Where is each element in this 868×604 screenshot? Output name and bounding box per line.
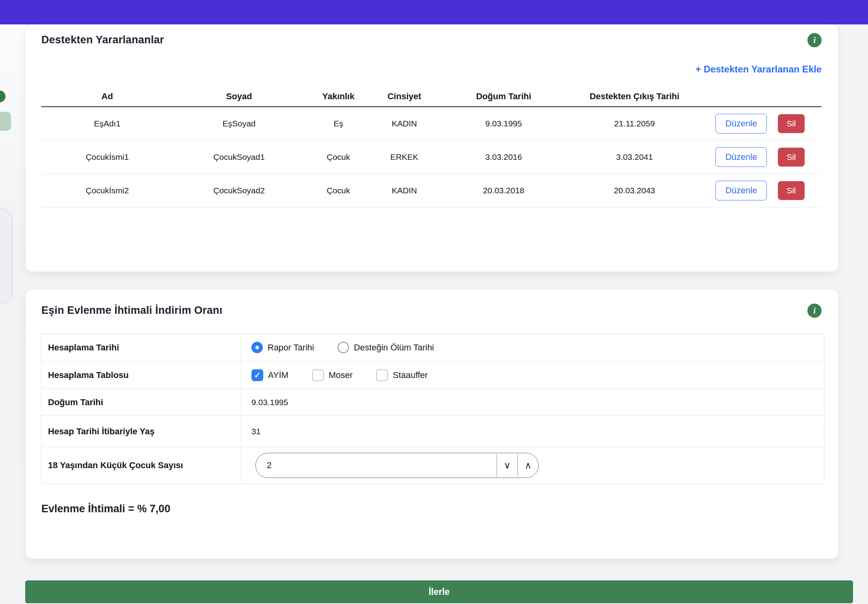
column-header-soyad: Soyad (173, 91, 305, 102)
radio-unselected-icon (338, 342, 349, 353)
cell-yakinlik: Çocuk (305, 152, 372, 162)
form-row-age: Hesap Tarihi İtibariyle Yaş 31 (42, 416, 824, 447)
status-dot-icon (0, 91, 6, 102)
marriage-probability-card: Eşin Evlenme İhtimali İndirim Oranı i He… (26, 289, 838, 559)
checkbox-staauffer[interactable]: Staauffer (376, 369, 428, 381)
cell-cinsiyet: ERKEK (372, 152, 437, 162)
beneficiaries-card-title: Destekten Yararlananlar (41, 34, 164, 46)
radio-destegin-olum-tarihi[interactable]: Desteğin Ölüm Tarihi (338, 342, 434, 353)
beneficiaries-table: Ad Soyad Yakınlık Cinsiyet Doğum Tarihi … (41, 87, 822, 208)
increment-button[interactable]: ∧ (518, 453, 538, 478)
cell-ad: Çocukİsmi1 (41, 152, 173, 162)
cell-cinsiyet: KADIN (372, 119, 437, 128)
cell-cikis-tarihi: 3.03.2041 (571, 152, 698, 162)
age-label: Hesap Tarihi İtibariyle Yaş (42, 416, 241, 447)
info-icon[interactable]: i (807, 304, 822, 318)
cell-yakinlik: Eş (305, 119, 372, 128)
checkbox-checked-icon: ✓ (251, 369, 263, 381)
sidebar-item-partial (0, 112, 11, 131)
column-header-cikis-tarihi: Destekten Çıkış Tarihi (571, 91, 698, 102)
cell-dogum-tarihi: 9.03.1995 (437, 119, 571, 128)
cell-soyad: ÇocukSoyad2 (173, 186, 305, 195)
marriage-form: Hesaplama Tarihi Rapor Tarihi Desteğin Ö… (41, 333, 824, 484)
calc-table-label: Hesaplama Tablosu (42, 361, 241, 389)
cell-dogum-tarihi: 3.03.2016 (437, 152, 571, 162)
column-header-cinsiyet: Cinsiyet (372, 91, 437, 102)
column-header-dogum-tarihi: Doğum Tarihi (437, 91, 571, 102)
cell-ad: EşAdı1 (41, 119, 173, 128)
chevron-up-icon: ∧ (524, 460, 532, 471)
edit-button[interactable]: Düzenle (715, 114, 767, 133)
background-card-partial (0, 209, 13, 303)
beneficiaries-card: Destekten Yararlananlar i + Destekten Ya… (26, 24, 838, 272)
delete-button[interactable]: Sil (778, 114, 804, 133)
checkbox-unchecked-icon (376, 369, 388, 381)
delete-button[interactable]: Sil (778, 148, 804, 167)
top-navigation-bar (0, 0, 868, 24)
edit-button[interactable]: Düzenle (715, 181, 767, 200)
add-beneficiary-link[interactable]: + Destekten Yararlanan Ekle (696, 64, 822, 75)
calc-date-label: Hesaplama Tarihi (42, 334, 241, 361)
table-header-row: Ad Soyad Yakınlık Cinsiyet Doğum Tarihi … (41, 87, 822, 107)
birth-date-label: Doğum Tarihi (42, 389, 241, 415)
proceed-button[interactable]: İlerle (25, 580, 853, 603)
cell-soyad: ÇocukSoyad1 (173, 152, 305, 162)
child-count-label: 18 Yaşından Küçük Çocuk Sayısı (42, 447, 241, 484)
table-row: Çocukİsmi2 ÇocukSoyad2 Çocuk KADIN 20.03… (41, 174, 822, 208)
chevron-down-icon: ∨ (504, 460, 511, 471)
cell-cikis-tarihi: 21.11.2059 (571, 119, 698, 128)
form-row-calc-date: Hesaplama Tarihi Rapor Tarihi Desteğin Ö… (42, 334, 824, 361)
edit-button[interactable]: Düzenle (715, 147, 767, 167)
decrement-button[interactable]: ∨ (497, 453, 517, 478)
column-header-yakinlik: Yakınlık (305, 91, 372, 102)
child-count-input[interactable] (256, 453, 497, 478)
info-icon-glyph: i (813, 306, 816, 316)
cell-soyad: EşSoyad (173, 119, 305, 128)
cell-dogum-tarihi: 20.03.2018 (437, 186, 571, 195)
cell-cikis-tarihi: 20.03.2043 (571, 186, 698, 195)
child-count-stepper: ∨ ∧ (255, 453, 539, 478)
info-icon-glyph: i (813, 35, 816, 45)
table-row: EşAdı1 EşSoyad Eş KADIN 9.03.1995 21.11.… (41, 107, 822, 141)
birth-date-value: 9.03.1995 (251, 398, 288, 407)
age-value: 31 (251, 427, 260, 436)
cell-yakinlik: Çocuk (305, 186, 372, 195)
background-left-strip (0, 24, 26, 604)
radio-selected-icon (251, 342, 263, 353)
cell-ad: Çocukİsmi2 (41, 186, 173, 195)
checkbox-ayim[interactable]: ✓ AYİM (251, 369, 288, 381)
cell-cinsiyet: KADIN (372, 186, 437, 195)
form-row-calc-table: Hesaplama Tablosu ✓ AYİM Moser Staauffer (42, 361, 824, 389)
info-icon[interactable]: i (807, 33, 822, 47)
form-row-child-count: 18 Yaşından Küçük Çocuk Sayısı ∨ ∧ (42, 447, 824, 484)
form-row-birth-date: Doğum Tarihi 9.03.1995 (42, 389, 824, 416)
table-row: Çocukİsmi1 ÇocukSoyad1 Çocuk ERKEK 3.03.… (41, 141, 822, 174)
checkbox-moser[interactable]: Moser (312, 369, 353, 381)
column-header-ad: Ad (41, 91, 173, 102)
checkbox-unchecked-icon (312, 369, 324, 381)
marriage-probability-result: Evlenme İhtimali = % 7,00 (41, 503, 822, 515)
marriage-card-title: Eşin Evlenme İhtimali İndirim Oranı (41, 304, 222, 317)
radio-rapor-tarihi[interactable]: Rapor Tarihi (251, 342, 314, 353)
delete-button[interactable]: Sil (778, 181, 804, 200)
